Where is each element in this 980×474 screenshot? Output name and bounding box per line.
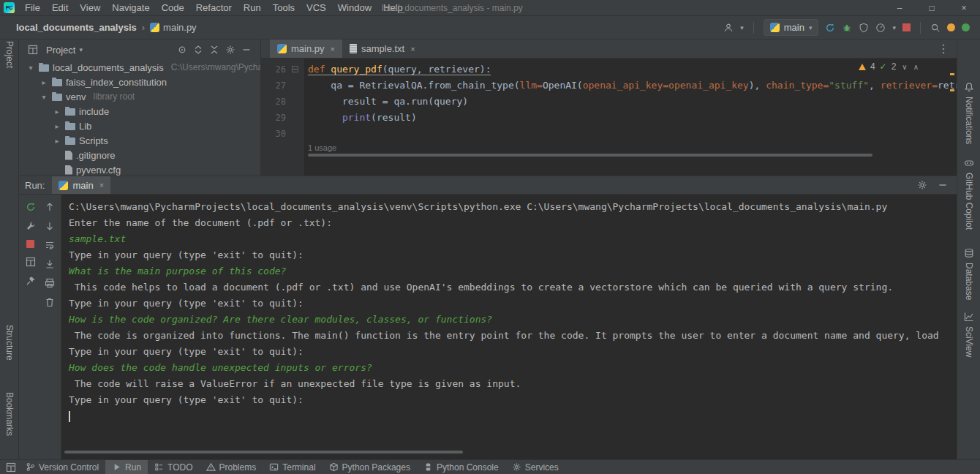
chevron-right-icon[interactable]: ▸ <box>53 137 61 145</box>
tab-main-py[interactable]: main.py× <box>270 40 342 58</box>
menu-refactor[interactable]: Refactor <box>190 0 238 15</box>
editor-horizontal-scrollbar[interactable] <box>308 154 872 157</box>
prev-problem-icon[interactable]: ∧ <box>913 63 919 71</box>
tree-item-lib[interactable]: ▸Lib <box>19 118 260 133</box>
restore-layout-icon[interactable] <box>26 257 36 267</box>
statusbar-version-control[interactable]: Version Control <box>19 460 105 474</box>
chevron-right-icon[interactable]: ▸ <box>39 78 48 86</box>
chevron-down-icon[interactable]: ▾ <box>39 93 48 101</box>
menu-navigate[interactable]: Navigate <box>106 0 155 15</box>
inspections-widget[interactable]: 4 ✓ 2 ∨ ∧ <box>859 61 919 72</box>
chevron-down-icon[interactable]: ▾ <box>26 64 35 72</box>
select-opened-file-button[interactable] <box>174 45 190 55</box>
tree-item-include[interactable]: ▸include <box>19 104 260 118</box>
close-run-tab-icon[interactable]: × <box>99 181 104 189</box>
stop-icon[interactable] <box>902 23 911 31</box>
rerun-icon[interactable] <box>825 23 835 33</box>
orange-badge-icon[interactable] <box>947 23 955 31</box>
close-tab-icon[interactable]: × <box>410 45 415 53</box>
pin-icon[interactable] <box>26 276 36 286</box>
statusbar-python-packages[interactable]: Python Packages <box>323 460 417 474</box>
menu-file[interactable]: File <box>19 0 46 15</box>
statusbar-python-console[interactable]: Python Console <box>417 460 505 474</box>
coverage-icon[interactable] <box>859 23 869 33</box>
project-panel-title[interactable]: Project <box>46 45 75 56</box>
rerun-icon[interactable] <box>26 202 36 212</box>
problems-toolwindow-icon <box>206 462 216 472</box>
print-icon[interactable] <box>45 278 55 288</box>
tree-item-venv[interactable]: ▾venvlibrary root <box>19 89 260 104</box>
chevron-down-icon[interactable]: ▾ <box>79 46 83 53</box>
tree-item--gitignore[interactable]: .gitignore <box>19 148 260 162</box>
line-number: 30 <box>261 126 286 142</box>
menu-window[interactable]: Window <box>332 0 377 15</box>
menu-view[interactable]: View <box>74 0 106 15</box>
menu-code[interactable]: Code <box>156 0 190 15</box>
menu-run[interactable]: Run <box>238 0 267 15</box>
close-tab-icon[interactable]: × <box>331 45 335 53</box>
collapse-all-button[interactable] <box>206 45 222 55</box>
down-icon[interactable] <box>45 221 55 231</box>
green-badge-icon[interactable] <box>962 23 970 31</box>
minimize-button[interactable]: – <box>883 0 916 15</box>
search-icon[interactable] <box>930 23 941 33</box>
run-settings-icon[interactable] <box>917 180 927 190</box>
expand-all-button[interactable] <box>190 45 206 55</box>
console-output-line: This code helps to load a document (.pdf… <box>69 279 957 296</box>
quick-access-icon[interactable] <box>3 462 19 473</box>
code-editor[interactable]: 26–def query_pdf(query, retriever):27 qa… <box>261 59 957 142</box>
statusbar-terminal[interactable]: Terminal <box>263 460 322 474</box>
menu-edit[interactable]: Edit <box>46 0 74 15</box>
soft-wrap-icon[interactable] <box>45 240 55 250</box>
stripe-structure[interactable]: Structure <box>0 325 18 361</box>
stripe-database[interactable]: Database <box>957 248 980 300</box>
packages-toolwindow-icon <box>329 462 339 472</box>
usage-hint[interactable]: 1 usage <box>308 143 336 152</box>
next-problem-icon[interactable]: ∨ <box>902 63 907 71</box>
tree-item-pyvenv-cfg[interactable]: pyvenv.cfg <box>19 162 260 176</box>
fold-icon[interactable]: – <box>292 66 298 72</box>
project-tree[interactable]: ▾local_documents_analysisC:\Users\mwang\… <box>19 60 260 176</box>
breadcrumb-file[interactable]: main.py <box>163 22 197 33</box>
tab-options-icon[interactable]: ⋮ <box>930 40 957 58</box>
scroll-end-icon[interactable] <box>45 259 55 269</box>
statusbar-todo[interactable]: TODO <box>148 460 199 474</box>
run-console[interactable]: C:\Users\mwang\PycharmProjects\local_doc… <box>61 195 957 459</box>
hide-run-panel-icon[interactable] <box>938 180 948 190</box>
chevron-right-icon[interactable]: ▸ <box>53 108 61 116</box>
menu-tools[interactable]: Tools <box>267 0 301 15</box>
tree-item-scripts[interactable]: ▸Scripts <box>19 133 260 148</box>
close-button[interactable]: × <box>948 0 980 15</box>
statusbar-run[interactable]: Run <box>105 460 148 474</box>
stripe-notifications[interactable]: Notifications <box>957 82 980 144</box>
tree-item-local-documents-analysis[interactable]: ▾local_documents_analysisC:\Users\mwang\… <box>19 60 260 75</box>
run-configuration-name: main <box>784 22 804 33</box>
tree-item-faiss-index-constitution[interactable]: ▸faiss_index_constitution <box>19 75 260 89</box>
project-options-button[interactable] <box>222 45 238 55</box>
console-caret-line[interactable] <box>69 408 957 424</box>
debug-icon[interactable] <box>842 23 852 33</box>
breadcrumb-project[interactable]: local_documents_analysis <box>16 22 137 33</box>
edit-configuration-icon[interactable] <box>26 221 36 231</box>
stripe-sciview[interactable]: SciView <box>957 312 980 357</box>
chevron-right-icon[interactable]: ▸ <box>53 122 61 130</box>
user-icon[interactable] <box>723 23 734 33</box>
statusbar-problems[interactable]: Problems <box>200 460 263 474</box>
up-icon[interactable] <box>45 202 55 212</box>
editor-body[interactable]: 26–def query_pdf(query, retriever):27 qa… <box>261 59 957 176</box>
menu-vcs[interactable]: VCS <box>301 0 332 15</box>
run-tab-main[interactable]: main × <box>52 176 110 194</box>
maximize-button[interactable]: □ <box>916 0 948 15</box>
stop-process-icon[interactable] <box>26 240 34 248</box>
statusbar-services[interactable]: Services <box>505 460 565 474</box>
toolbar-divider <box>920 22 921 34</box>
run-configuration-select[interactable]: main▾ <box>764 19 819 36</box>
profiler-icon[interactable] <box>875 23 886 33</box>
stripe-github-copilot[interactable]: GitHub Copilot <box>957 158 980 230</box>
stripe-bookmarks[interactable]: Bookmarks <box>0 392 18 436</box>
stripe-project[interactable]: Project <box>0 41 18 68</box>
console-horizontal-scrollbar[interactable] <box>64 451 463 454</box>
tab-sample-txt[interactable]: sample.txt× <box>342 40 423 58</box>
clear-icon[interactable] <box>45 297 55 307</box>
hide-panel-button[interactable] <box>238 45 255 55</box>
